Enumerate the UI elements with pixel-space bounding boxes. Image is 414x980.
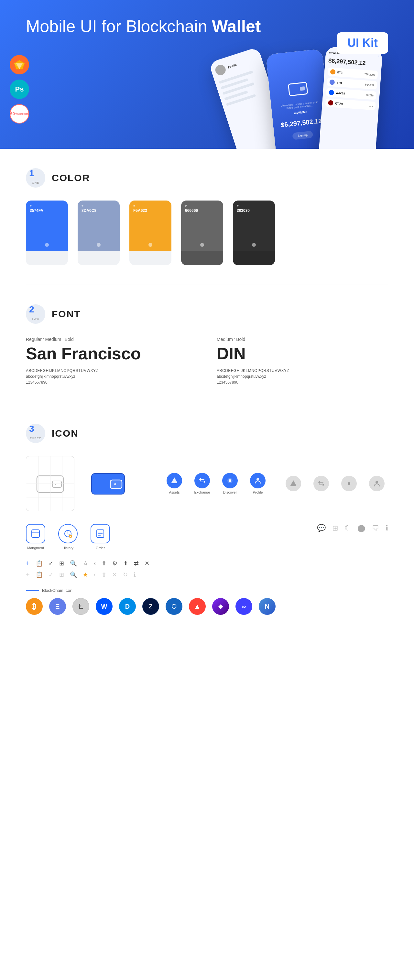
utility-icons-row: + 📋 ✓ ⊞ 🔍 ☆ ‹ ⇧ ⚙ ⬆ ⇄ ✕ [26,560,388,567]
svg-point-14 [114,483,116,485]
svg-rect-23 [32,532,40,533]
chat2-icon: 🗨 [372,524,379,532]
nav-icons-grey-row [282,476,388,491]
crypto-ark: ▲ [189,598,206,615]
assets-icon-grey [286,476,301,491]
font-section: 2 TWO FONT Regular ' Medium ' Bold San F… [0,285,414,404]
ui-kit-badge: UI Kit [337,32,388,54]
crypto-btc: ₿ [26,598,43,615]
utility-icons-grey-row: + 📋 ✓ ⊞ 🔍 ★ ‹ ⇧ ✕ ↻ ℹ [26,571,388,578]
icon-section-title: ICON [52,428,79,439]
layers-icon: ⊞ [332,524,338,532]
crypto-icons-row: ₿ Ξ Ł W D Z ⬡ ▲ ◆ [26,598,388,615]
plus-icon: + [26,560,30,567]
search-grey-icon: 🔍 [70,571,77,578]
info-icon: ℹ [385,524,388,532]
icon-section-number: 3 THREE [26,424,45,443]
chat-icon: 💬 [317,524,326,532]
icon-profile: Profile [247,473,269,494]
svg-point-20 [348,482,350,485]
icon-exchange: Exchange [191,473,213,494]
misc-icons: 💬 ⊞ ☾ ⬤ 🗨 ℹ [317,524,388,532]
crypto-eth: Ξ [49,598,66,615]
plus-grey-icon: + [26,571,30,578]
close-icon: ✕ [145,560,150,567]
section-header-font: 2 TWO FONT [26,304,388,324]
circle-icon: ⬤ [357,524,365,532]
cross-grey-icon: ✕ [112,571,117,578]
font-din: Medium ' Bold DIN ABCDEFGHIJKLMNOPQRSTUV… [217,337,388,385]
assets-icon-circle [167,473,182,488]
qr-grey-icon: ⊞ [59,571,64,578]
star-icon: ☆ [83,560,88,567]
search-icon: 🔍 [70,560,77,567]
discover-icon-circle [222,473,238,488]
share-grey-icon: ⇧ [102,571,107,578]
blockchain-line [26,590,39,591]
svg-rect-22 [32,530,40,538]
icon-colored-wallet [84,456,132,511]
icon-exchange-grey [310,476,333,491]
qr-icon: ⊞ [59,560,64,567]
section-header-icon: 3 THREE ICON [26,424,388,443]
gear-icon: ⚙ [112,560,118,567]
hero-badges: Ps 60+Screens [10,55,29,124]
icon-discover-grey [338,476,360,491]
icon-assets: Assets [163,473,186,494]
svg-point-21 [376,481,378,484]
color-section-number: 1 ONE [26,168,45,188]
ps-badge: Ps [10,80,29,99]
exchange-icon-circle [194,473,210,488]
svg-marker-15 [171,477,178,483]
misc-icons-row1: 💬 ⊞ ☾ ⬤ 🗨 ℹ [317,524,388,532]
management-icon-box [26,524,45,543]
sketch-badge [10,55,29,75]
crypto-waves: W [96,598,113,615]
app-icons-row: Mangment History [26,524,388,550]
color-section-title: COLOR [52,172,90,183]
swatch-orange: # F5A623 [129,200,171,265]
svg-point-18 [256,478,259,480]
font-grid: Regular ' Medium ' Bold San Francisco AB… [26,337,388,385]
upload-icon: ⬆ [123,560,128,567]
svg-point-17 [229,479,231,482]
swatch-dark: # 303030 [233,200,275,265]
order-icon-box [91,524,110,543]
font-section-number: 2 TWO [26,304,45,324]
crypto-dash: D [119,598,136,615]
discover-icon-grey [341,476,357,491]
color-section: 1 ONE COLOR # 3574FA # 8DA0C8 # F5A623 [0,149,414,285]
app-icon-history: History [58,524,78,550]
crypto-poly: ∞ [236,598,252,615]
font-san-francisco: Regular ' Medium ' Bold San Francisco AB… [26,337,197,385]
nav-icons-row: Assets Exchange Discover [163,473,269,494]
icon-profile-grey [365,476,388,491]
icon-wireframe [26,456,75,511]
crypto-zen: Z [142,598,159,615]
chevron-left-grey-icon: ‹ [94,571,96,578]
svg-rect-8 [53,481,62,487]
icon-discover: Discover [219,473,241,494]
hero-title-regular: Mobile UI for Blockchain [26,17,212,36]
history-icon-circle [58,524,78,543]
hero-title-bold: Wallet [212,17,261,36]
app-icon-order: Order [91,524,110,550]
color-swatches: # 3574FA # 8DA0C8 # F5A623 # [26,200,388,265]
profile-icon-grey [369,476,385,491]
hero-phones: Profile Charact [217,52,382,149]
app-icon-management: Mangment [26,524,45,550]
swatch-blue: # 3574FA [26,200,68,265]
phone-right: myWallet + $6,297,502.12 BTC 738.2003 [318,46,383,149]
check-icon: ✓ [49,560,53,567]
clipboard-grey-icon: 📋 [36,571,43,578]
crypto-ltc: Ł [72,598,89,615]
hero-title: Mobile UI for Blockchain Wallet [26,16,261,36]
crypto-net: ⬡ [166,598,182,615]
screens-badge: 60+Screens [10,104,29,124]
wallet-colored-svg [90,469,126,498]
arrows-icon: ⇄ [134,560,139,567]
crypto-gem: ◆ [212,598,229,615]
icon-assets-grey [282,476,305,491]
share-icon: ⇧ [102,560,107,567]
hero-section: Mobile UI for Blockchain Wallet UI Kit P… [0,0,414,149]
